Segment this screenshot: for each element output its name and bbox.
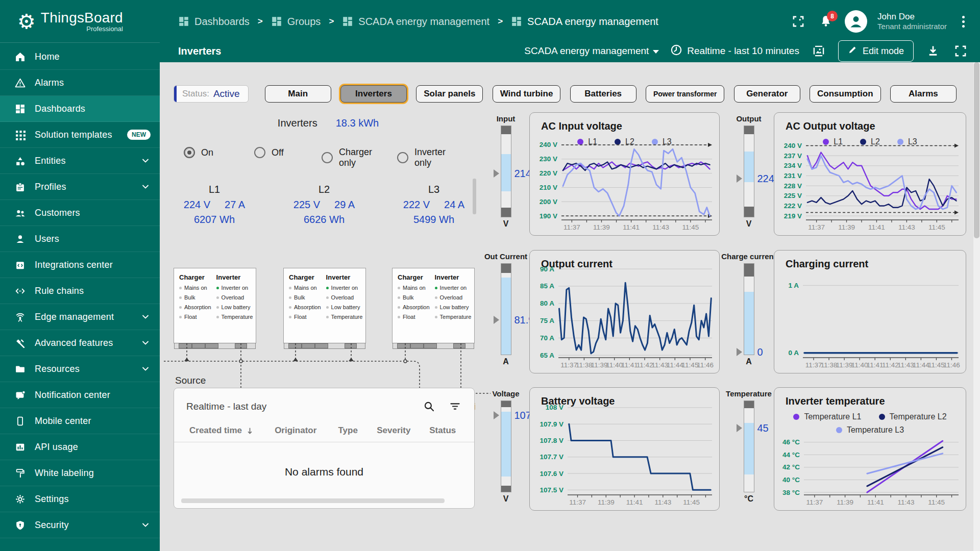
- state-button-inverters[interactable]: Inverters: [340, 85, 407, 103]
- sidebar-item-profiles[interactable]: Profiles: [0, 174, 160, 200]
- sidebar-item-white-labeling[interactable]: White labeling: [0, 460, 160, 486]
- thingsboard-app: ⚙ ThingsBoard Professional HomeAlarmsDas…: [0, 0, 980, 551]
- sidebar-item-dashboards[interactable]: Dashboards: [0, 96, 160, 122]
- gauge-value: 214: [514, 168, 531, 180]
- gauge-bar[interactable]: 0: [744, 263, 754, 355]
- home-icon: [13, 50, 27, 63]
- sidebar-item-mobile-center[interactable]: Mobile center: [0, 408, 160, 434]
- gauge-bar[interactable]: 224: [744, 126, 754, 217]
- notifications-button[interactable]: 8: [817, 13, 835, 30]
- mode-radio-on[interactable]: On: [184, 147, 251, 158]
- sidebar-item-users[interactable]: Users: [0, 226, 160, 252]
- svg-text:11:43: 11:43: [651, 361, 668, 369]
- gauge-bar[interactable]: 214: [501, 126, 511, 217]
- svg-text:240 V: 240 V: [540, 141, 557, 148]
- user-info[interactable]: John Doe Tenant administrator: [877, 11, 947, 32]
- breadcrumb-item[interactable]: Groups: [271, 16, 321, 28]
- alarms-timewindow[interactable]: Realtime - last day: [186, 401, 266, 412]
- scada-inverters-widget: Inverters 18.3 kWh OnOffCharger onlyInve…: [160, 103, 492, 389]
- gauge-unit: A: [746, 357, 752, 366]
- sidebar-item-api-usage[interactable]: API usage: [0, 434, 160, 460]
- sidebar-item-edge-management[interactable]: Edge management: [0, 304, 160, 330]
- fullscreen-button[interactable]: [790, 13, 807, 30]
- sidebar-item-label: Alarms: [35, 78, 64, 88]
- filter-icon[interactable]: [447, 398, 463, 414]
- gauge-bar[interactable]: 81.9: [501, 263, 511, 355]
- state-button-main[interactable]: Main: [265, 85, 331, 103]
- breadcrumb-item[interactable]: SCADA energy management: [342, 16, 489, 28]
- sidebar-item-alarms[interactable]: Alarms: [0, 70, 160, 96]
- sidebar-item-label: API usage: [35, 442, 78, 453]
- sidebar-item-rule-chains[interactable]: Rule chains: [0, 278, 160, 304]
- sidebar-item-resources[interactable]: Resources: [0, 356, 160, 382]
- gauge-bar[interactable]: 45: [744, 400, 754, 492]
- sidebar-item-integrations-center[interactable]: Integrations center: [0, 252, 160, 278]
- alarm-column-created-time[interactable]: Created time: [189, 425, 275, 436]
- search-icon[interactable]: [421, 398, 437, 414]
- alarms-horizontal-scrollbar[interactable]: [181, 498, 445, 503]
- chart-plot: 107.5 V107.6 V107.7 V107.8 V107.9 V108 V…: [530, 397, 719, 508]
- alarm-column-severity[interactable]: Severity: [377, 425, 429, 436]
- fullscreen-dashboard-button[interactable]: [952, 43, 969, 59]
- gauge-label: Input: [497, 114, 516, 123]
- sidebar-nav: HomeAlarmsDashboardsSolution templatesNE…: [0, 43, 160, 538]
- state-button-solar-panels[interactable]: Solar panels: [416, 85, 483, 103]
- svg-text:11:39: 11:39: [837, 498, 853, 506]
- svg-text:11:45: 11:45: [928, 361, 945, 369]
- alarm-column-originator[interactable]: Originator: [275, 425, 338, 436]
- legend-item[interactable]: Temperature L2: [879, 412, 947, 421]
- sidebar-item-home[interactable]: Home: [0, 44, 160, 70]
- state-button-generator[interactable]: Generator: [734, 85, 800, 103]
- mode-radio-off[interactable]: Off: [254, 147, 322, 158]
- gauge-bar[interactable]: 107.5: [501, 400, 511, 492]
- status-dot: [326, 287, 329, 289]
- state-button-consumption[interactable]: Consumption: [810, 85, 881, 103]
- navigation-tabs-row: Status: Active MainInvertersSolar panels…: [174, 85, 957, 103]
- sidebar-item-advanced-features[interactable]: Advanced features: [0, 330, 160, 356]
- state-button-wind-turbine[interactable]: Wind turbine: [493, 85, 561, 103]
- status-dot: [326, 296, 329, 299]
- state-button-power-transformer[interactable]: Power transformer: [646, 85, 724, 103]
- sidebar-item-customers[interactable]: Customers: [0, 200, 160, 226]
- sidebar-item-entities[interactable]: Entities: [0, 148, 160, 174]
- state-button-alarms[interactable]: Alarms: [890, 85, 957, 103]
- sidebar-item-solution-templates[interactable]: Solution templatesNEW: [0, 122, 160, 148]
- entity-select[interactable]: SCADA energy management: [524, 45, 659, 57]
- gauge-pointer-icon: [737, 348, 742, 356]
- sidebar-item-security[interactable]: Security: [0, 512, 160, 538]
- more-menu-button[interactable]: [957, 13, 970, 31]
- status-dot: [398, 316, 400, 318]
- edit-mode-button[interactable]: Edit mode: [838, 40, 914, 62]
- sort-desc-icon: [245, 426, 255, 436]
- header-actions: 8 John Doe Tenant administrator: [790, 10, 970, 33]
- brand-subtitle: Professional: [41, 25, 123, 33]
- phase-l2: L2225 V29 A6626 Wh: [273, 184, 375, 226]
- phase-voltage: 224 V: [184, 199, 210, 211]
- avatar[interactable]: [845, 10, 867, 33]
- svg-text:210 V: 210 V: [540, 184, 557, 191]
- inverters-total-label: Inverters: [278, 117, 317, 129]
- timewindow-button[interactable]: Realtime - last 10 minutes: [670, 44, 799, 59]
- breadcrumb-item[interactable]: SCADA energy management: [511, 16, 658, 28]
- mode-radio-inverter-only[interactable]: Inverter only: [397, 147, 464, 168]
- svg-text:234 V: 234 V: [784, 162, 802, 169]
- alarm-column-status[interactable]: Status: [429, 425, 469, 436]
- page-scrollbar[interactable]: [973, 62, 980, 551]
- sidebar-item-notification-center[interactable]: Notification center: [0, 382, 160, 408]
- status-dot: [289, 296, 291, 299]
- download-button[interactable]: [925, 43, 941, 59]
- status-dot: [326, 316, 329, 318]
- radio-icon: [254, 147, 265, 158]
- chart-plot: 0 A1 A11:3711:3811:3911:4011:4111:4211:4…: [774, 260, 966, 371]
- mode-radio-charger-only[interactable]: Charger only: [322, 147, 389, 168]
- gauge-value: 0: [757, 346, 763, 358]
- alarm-column-type[interactable]: Type: [338, 425, 377, 436]
- svg-text:107.6 V: 107.6 V: [540, 470, 564, 478]
- sidebar-item-settings[interactable]: Settings: [0, 486, 160, 512]
- breadcrumb-item[interactable]: Dashboards: [178, 16, 250, 28]
- legend-item[interactable]: Temperature L1: [793, 412, 861, 421]
- screenshot-button[interactable]: [811, 43, 827, 59]
- state-button-batteries[interactable]: Batteries: [570, 85, 636, 103]
- widget-scrollbar[interactable]: [473, 179, 476, 214]
- thingsboard-logo[interactable]: ⚙ ThingsBoard Professional: [0, 0, 160, 43]
